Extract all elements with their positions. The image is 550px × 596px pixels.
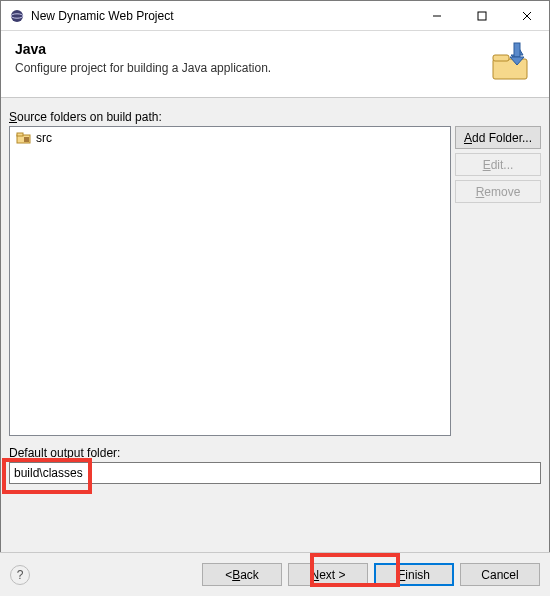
- wizard-footer: ? < Back Next > Finish Cancel: [0, 552, 550, 596]
- minimize-button[interactable]: [414, 1, 459, 30]
- maximize-button[interactable]: [459, 1, 504, 30]
- list-item[interactable]: src: [12, 129, 448, 147]
- close-button[interactable]: [504, 1, 549, 30]
- list-item-label: src: [36, 131, 52, 145]
- page-description: Configure project for building a Java ap…: [15, 61, 481, 75]
- window-title: New Dynamic Web Project: [31, 9, 414, 23]
- svg-rect-12: [24, 137, 29, 142]
- source-folders-list[interactable]: src: [9, 126, 451, 436]
- output-folder-label: Default output folder:: [9, 446, 541, 460]
- wizard-header: Java Configure project for building a Ja…: [1, 31, 549, 98]
- svg-rect-11: [17, 133, 23, 136]
- add-folder-button[interactable]: Add Folder...: [455, 126, 541, 149]
- svg-point-0: [11, 10, 23, 22]
- svg-rect-6: [493, 59, 527, 79]
- source-folders-label: Source folders on build path:: [9, 110, 541, 124]
- help-button[interactable]: ?: [10, 565, 30, 585]
- svg-rect-3: [478, 12, 486, 20]
- output-folder-input[interactable]: [9, 462, 541, 484]
- next-button[interactable]: Next >: [288, 563, 368, 586]
- eclipse-icon: [9, 8, 25, 24]
- title-bar: New Dynamic Web Project: [1, 1, 549, 31]
- remove-button: Remove: [455, 180, 541, 203]
- wizard-body: Source folders on build path: src Add Fo…: [1, 98, 549, 484]
- svg-rect-7: [493, 55, 509, 61]
- wizard-banner-icon: [487, 41, 535, 83]
- edit-button: Edit...: [455, 153, 541, 176]
- finish-button[interactable]: Finish: [374, 563, 454, 586]
- page-title: Java: [15, 41, 481, 57]
- window-controls: [414, 1, 549, 30]
- back-button[interactable]: < Back: [202, 563, 282, 586]
- cancel-button[interactable]: Cancel: [460, 563, 540, 586]
- package-folder-icon: [16, 130, 32, 146]
- svg-rect-8: [514, 43, 520, 57]
